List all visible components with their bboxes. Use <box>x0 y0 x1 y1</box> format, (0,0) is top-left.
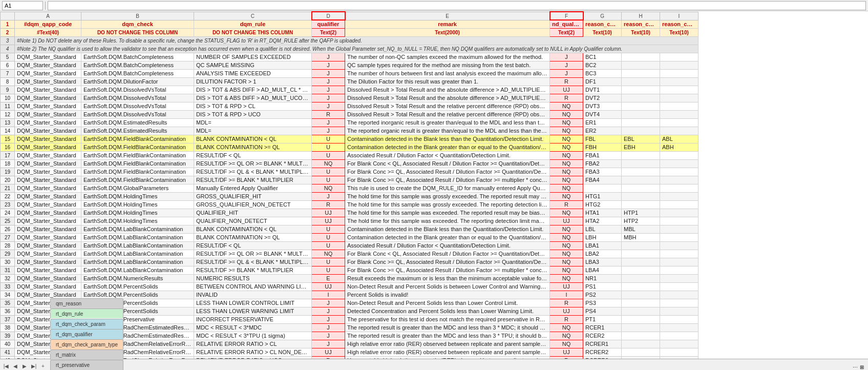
cell-g39[interactable]: RCER2 <box>583 332 622 340</box>
cell-g10[interactable]: DVT2 <box>583 94 622 102</box>
col-header-g[interactable]: G <box>583 12 622 20</box>
cell-h16[interactable]: EBH <box>622 143 660 151</box>
cell-f15[interactable]: NQ <box>550 135 583 143</box>
cell-a23[interactable]: DQM_Starter_Standard <box>15 200 81 209</box>
cell-a27[interactable]: DQM_Starter_Standard <box>15 233 81 241</box>
cell-h31[interactable] <box>622 266 660 274</box>
cell-e7[interactable]: The number of hours between first and la… <box>345 69 550 77</box>
cell-i20[interactable] <box>660 176 698 184</box>
cell-b33[interactable]: EarthSoft.DQM.PercentSolids <box>81 282 194 291</box>
cell-e32[interactable]: Result exceeds the maximum or is less th… <box>345 274 550 282</box>
cell-i24[interactable] <box>660 209 698 217</box>
cell-c17[interactable]: RESULT/DF < QL <box>194 151 312 159</box>
cell-g33[interactable]: PS1 <box>583 282 622 291</box>
tab-qm_reason[interactable]: qm_reason <box>50 298 123 309</box>
cell-i8[interactable] <box>660 77 698 86</box>
cell-d25[interactable]: UJ <box>312 217 345 225</box>
cell-e18[interactable]: For Blank Conc < QL, Associated Result /… <box>345 159 550 168</box>
cell-e29[interactable]: For Blank Conc < QL, Associated Result /… <box>345 250 550 258</box>
nav-last-arrow[interactable]: ▶| <box>30 362 38 370</box>
cell-c8[interactable]: DILUTION FACTOR > 1 <box>194 77 312 86</box>
cell-f32[interactable]: NQ <box>550 274 583 282</box>
cell-d22[interactable]: J <box>312 192 345 200</box>
cell-f39[interactable]: NQ <box>550 332 583 340</box>
cell-f2[interactable]: Text(2) <box>550 28 583 36</box>
cell-h38[interactable] <box>622 323 660 332</box>
cell-f20[interactable]: NQ <box>550 176 583 184</box>
cell-g38[interactable]: RCER1 <box>583 323 622 332</box>
cell-h14[interactable] <box>622 127 660 135</box>
cell-i38[interactable] <box>660 323 698 332</box>
cell-b19[interactable]: EarthSoft.DQM.FieldBlankContamination <box>81 168 194 176</box>
tab-rt_dqm_rule[interactable]: rt_dqm_rule <box>50 309 123 319</box>
cell-d24[interactable]: UJ <box>312 209 345 217</box>
cell-c20[interactable]: RESULT/DF >= BLANK * MULTIPLIER <box>194 176 312 184</box>
cell-h8[interactable] <box>622 77 660 86</box>
cell-i21[interactable] <box>660 184 698 192</box>
nav-prev-arrow[interactable]: ◀ <box>11 362 19 370</box>
cell-e19[interactable]: For Blank Conc >= QL, Associated Result … <box>345 168 550 176</box>
cell-g27[interactable]: LBH <box>583 233 622 241</box>
cell-h18[interactable] <box>622 159 660 168</box>
cell-c11[interactable]: DIS > TOT & RPD > CL <box>194 102 312 110</box>
cell-e31[interactable]: For Blank Conc >= QL, Associated Result … <box>345 266 550 274</box>
cell-e13[interactable]: The reported inorganic result is greater… <box>345 118 550 127</box>
cell-d30[interactable]: U <box>312 258 345 266</box>
cell-i10[interactable] <box>660 94 698 102</box>
cell-b5[interactable]: EarthSoft.DQM.BatchCompleteness <box>81 53 194 61</box>
cell-i22[interactable] <box>660 192 698 200</box>
cell-i23[interactable] <box>660 200 698 209</box>
cell-f5[interactable]: J <box>550 53 583 61</box>
cell-b17[interactable]: EarthSoft.DQM.FieldBlankContamination <box>81 151 194 159</box>
cell-e39[interactable]: The reported result is greater than the … <box>345 332 550 340</box>
cell-i31[interactable] <box>660 266 698 274</box>
cell-g8[interactable]: DF1 <box>583 77 622 86</box>
cell-b9[interactable]: EarthSoft.DQM.DissolvedVsTotal <box>81 86 194 94</box>
cell-a32[interactable]: DQM_Starter_Standard <box>15 274 81 282</box>
cell-d15[interactable]: U <box>312 135 345 143</box>
cell-a7[interactable]: DQM_Starter_Standard <box>15 69 81 77</box>
cell-d10[interactable]: J <box>312 94 345 102</box>
cell-f27[interactable]: NQ <box>550 233 583 241</box>
cell-h35[interactable] <box>622 299 660 307</box>
cell-g18[interactable]: FBA2 <box>583 159 622 168</box>
cell-f37[interactable]: R <box>550 315 583 323</box>
tab-rt_matrix[interactable]: rt_matrix <box>50 350 123 360</box>
cell-g30[interactable]: LBA3 <box>583 258 622 266</box>
cell-f30[interactable]: NQ <box>550 258 583 266</box>
tab-rt_preservative[interactable]: rt_preservative <box>50 360 123 370</box>
nav-first-arrow[interactable]: |◀ <box>2 362 10 370</box>
cell-i39[interactable] <box>660 332 698 340</box>
cell-d14[interactable]: J <box>312 127 345 135</box>
cell-a15[interactable]: DQM_Starter_Standard <box>15 135 81 143</box>
cell-e30[interactable]: For Blank Conc >= QL, Associated Result … <box>345 258 550 266</box>
cell-i2[interactable]: Text(10) <box>660 28 698 36</box>
cell-c38[interactable]: MDC < RESULT < 3*MDC <box>194 323 312 332</box>
cell-i9[interactable] <box>660 86 698 94</box>
cell-i28[interactable] <box>660 241 698 250</box>
cell-h10[interactable] <box>622 94 660 102</box>
table-wrapper[interactable]: A B C D E F G H I 1 #dqm_qapp_code dqm_c… <box>0 11 868 359</box>
nav-next-arrow[interactable]: ▶ <box>20 362 29 370</box>
cell-g1[interactable]: reason_code <box>583 20 622 28</box>
cell-g28[interactable]: LBA1 <box>583 241 622 250</box>
tab-rt_dqm_check_param[interactable]: rt_dqm_check_param <box>50 319 123 329</box>
cell-c23[interactable]: GROSS_QUALIFIER_NON_DETECT <box>194 200 312 209</box>
cell-h40[interactable] <box>622 340 660 348</box>
cell-i33[interactable] <box>660 282 698 291</box>
cell-d5[interactable]: J <box>312 53 345 61</box>
cell-f17[interactable]: NQ <box>550 151 583 159</box>
cell-b27[interactable]: EarthSoft.DQM.LabBlankContamination <box>81 233 194 241</box>
cell-g35[interactable]: PS3 <box>583 299 622 307</box>
cell-d23[interactable]: R <box>312 200 345 209</box>
cell-b2[interactable]: DO NOT CHANGE THIS COLUMN <box>81 28 194 36</box>
cell-d16[interactable]: U <box>312 143 345 151</box>
cell-i12[interactable] <box>660 110 698 118</box>
cell-a33[interactable]: DQM_Starter_Standard <box>15 282 81 291</box>
cell-h39[interactable] <box>622 332 660 340</box>
cell-i13[interactable] <box>660 118 698 127</box>
cell-c18[interactable]: RESULT/DF >= QL OR >= BLANK * MULTIPLIER <box>194 159 312 168</box>
cell-g19[interactable]: FBA3 <box>583 168 622 176</box>
cell-c39[interactable]: MDC < RESULT < 3*TPU (1 sigma) <box>194 332 312 340</box>
cell-e2[interactable]: Text(2000) <box>345 28 550 36</box>
